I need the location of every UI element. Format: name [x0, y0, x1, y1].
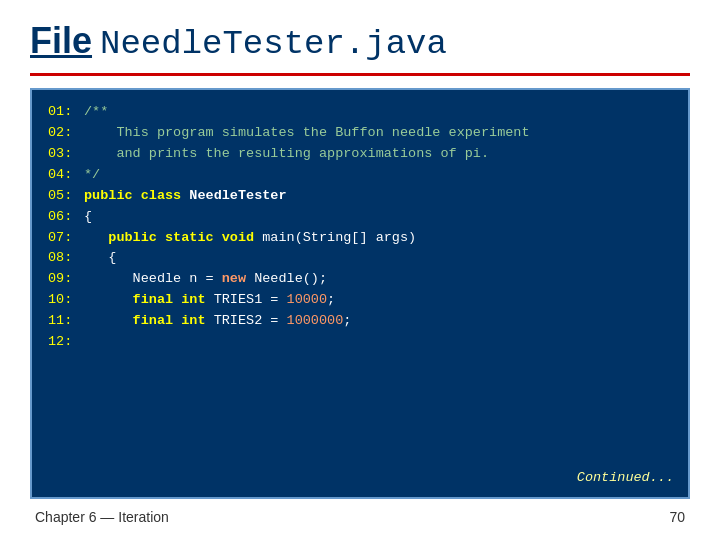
code-plain: ; [343, 311, 351, 332]
table-row: 04:*/ [48, 165, 672, 186]
line-number: 03: [48, 144, 84, 165]
table-row: 07: public static void main(String[] arg… [48, 228, 672, 249]
table-row: 01:/** [48, 102, 672, 123]
code-keyword: public class [84, 186, 189, 207]
table-row: 02: This program simulates the Buffon ne… [48, 123, 672, 144]
code-comment: */ [84, 165, 100, 186]
title-area: File NeedleTester.java [30, 20, 690, 63]
title-file-label: File [30, 20, 92, 62]
code-box: 01:/**02: This program simulates the Buf… [30, 88, 690, 499]
code-classname: NeedleTester [189, 186, 286, 207]
code-plain: main(String[] args) [262, 228, 416, 249]
code-number: 10000 [287, 290, 328, 311]
line-number: 04: [48, 165, 84, 186]
code-keyword: final int [84, 290, 214, 311]
line-number: 07: [48, 228, 84, 249]
line-number: 01: [48, 102, 84, 123]
line-number: 10: [48, 290, 84, 311]
line-number: 05: [48, 186, 84, 207]
table-row: 11: final int TRIES2 = 1000000; [48, 311, 672, 332]
code-plain: TRIES2 = [214, 311, 287, 332]
code-comment: /** [84, 102, 108, 123]
line-number: 06: [48, 207, 84, 228]
footer: Chapter 6 — Iteration 70 [30, 509, 690, 525]
title-filename: NeedleTester.java [100, 25, 447, 63]
table-row: 12: [48, 332, 672, 353]
slide-container: File NeedleTester.java 01:/**02: This pr… [0, 0, 720, 540]
code-new-keyword: new [222, 269, 246, 290]
line-number: 09: [48, 269, 84, 290]
table-row: 03: and prints the resulting approximati… [48, 144, 672, 165]
table-row: 10: final int TRIES1 = 10000; [48, 290, 672, 311]
line-number: 12: [48, 332, 84, 353]
code-keyword: final int [84, 311, 214, 332]
title-divider [30, 73, 690, 76]
table-row: 06:{ [48, 207, 672, 228]
code-keyword: public static void [84, 228, 262, 249]
code-plain: { [84, 207, 92, 228]
code-plain: { [84, 248, 116, 269]
continued-label: Continued... [577, 468, 674, 489]
table-row: 09: Needle n = new Needle(); [48, 269, 672, 290]
line-number: 02: [48, 123, 84, 144]
footer-page: 70 [669, 509, 685, 525]
code-plain: ; [327, 290, 335, 311]
table-row: 05:public class NeedleTester [48, 186, 672, 207]
code-number: 1000000 [287, 311, 344, 332]
table-row: 08: { [48, 248, 672, 269]
code-plain: Needle(); [246, 269, 327, 290]
line-number: 11: [48, 311, 84, 332]
code-comment: and prints the resulting approximations … [84, 144, 489, 165]
code-plain: TRIES1 = [214, 290, 287, 311]
code-comment: This program simulates the Buffon needle… [84, 123, 530, 144]
line-number: 08: [48, 248, 84, 269]
code-plain: Needle n = [84, 269, 222, 290]
footer-chapter: Chapter 6 — Iteration [35, 509, 169, 525]
